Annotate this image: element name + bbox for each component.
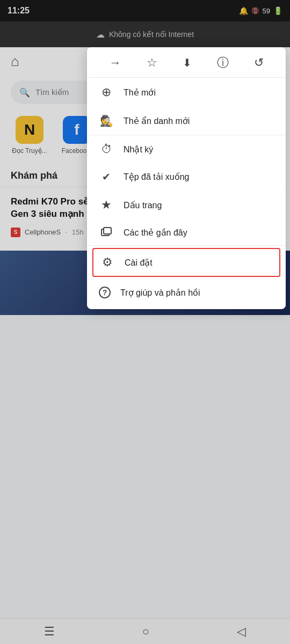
svg-rect-1: [104, 228, 111, 234]
help-icon: ?: [99, 287, 111, 298]
settings-label: Cài đặt: [125, 258, 153, 268]
downloads-icon: ✔: [99, 171, 114, 183]
incognito-icon: 🕵: [99, 114, 114, 127]
incognito-label: Thẻ ẩn danh mới: [124, 116, 190, 126]
downloads-label: Tệp đã tải xuống: [124, 172, 190, 182]
dropdown-menu: → ☆ ⬇ ⓘ ↺ ⊕ Thẻ mới 🕵 Thẻ ẩn danh mới ⏱ …: [87, 47, 286, 309]
help-label: Trợ giúp và phản hồi: [120, 288, 200, 298]
new-tab-icon: ⊕: [99, 85, 114, 99]
menu-item-new-tab[interactable]: ⊕ Thẻ mới: [87, 78, 286, 107]
menu-top-row: → ☆ ⬇ ⓘ ↺: [87, 47, 286, 78]
bookmarks-label: Dấu trang: [124, 200, 162, 210]
download-icon[interactable]: ⬇: [183, 56, 192, 69]
info-circle-icon[interactable]: ⓘ: [217, 55, 229, 71]
menu-item-downloads[interactable]: ✔ Tệp đã tải xuống: [87, 163, 286, 191]
divider-2: [87, 245, 286, 246]
settings-icon: ⚙: [100, 255, 115, 269]
history-icon: ⏱: [99, 143, 114, 156]
recent-tabs-label: Các thẻ gần đây: [124, 228, 187, 238]
menu-item-help[interactable]: ? Trợ giúp và phản hồi: [87, 279, 286, 306]
menu-item-bookmarks[interactable]: ★ Dấu trang: [87, 191, 286, 219]
menu-item-settings[interactable]: ⚙ Cài đặt: [92, 248, 280, 277]
menu-item-recent-tabs[interactable]: Các thẻ gần đây: [87, 219, 286, 245]
reload-icon[interactable]: ↺: [254, 56, 264, 70]
history-label: Nhật ký: [124, 144, 153, 155]
recent-tabs-icon: [99, 227, 114, 238]
menu-item-history[interactable]: ⏱ Nhật ký: [87, 135, 286, 163]
bookmarks-icon: ★: [99, 198, 114, 212]
menu-item-incognito[interactable]: 🕵 Thẻ ẩn danh mới: [87, 107, 286, 135]
bookmark-star-icon[interactable]: ☆: [147, 56, 157, 70]
new-tab-label: Thẻ mới: [124, 87, 156, 98]
forward-icon[interactable]: →: [110, 56, 121, 70]
